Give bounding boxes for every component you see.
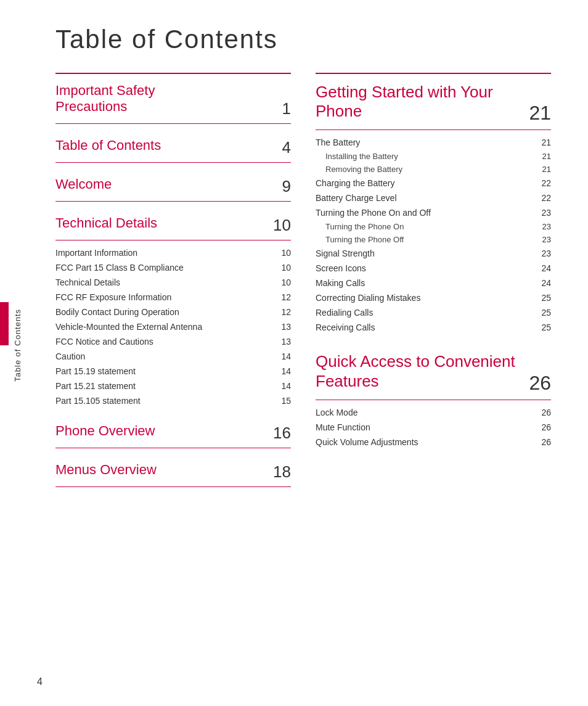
sidebar-tab <box>0 302 9 345</box>
section-number-phone-overview: 16 <box>273 424 291 443</box>
sidebar-label: Table of Contents <box>13 309 22 382</box>
section-heading-quick-access: Quick Access to Convenient Features <box>316 352 524 390</box>
getting-started-items: The Battery 21 Installing the Battery 21… <box>316 135 551 335</box>
section-toc: Table of Contents 4 <box>55 129 291 163</box>
list-item: Removing the Battery 21 <box>316 163 551 176</box>
section-heading-welcome: Welcome <box>55 176 112 192</box>
section-number-important-safety: 1 <box>282 99 291 118</box>
list-item: Important Information 10 <box>55 245 291 260</box>
list-item: Redialing Calls 25 <box>316 305 551 320</box>
left-column: Important SafetyPrecautions 1 Table of C… <box>55 73 291 492</box>
list-item: Charging the Battery 22 <box>316 176 551 191</box>
technical-details-items: Important Information 10 FCC Part 15 Cla… <box>55 245 291 408</box>
list-item: Screen Icons 24 <box>316 261 551 276</box>
list-item: Receiving Calls 25 <box>316 320 551 335</box>
section-heading-menus-overview: Menus Overview <box>55 462 157 478</box>
list-item: Part 15.21 statement 14 <box>55 379 291 393</box>
page-title: Table of Contents <box>55 25 551 54</box>
list-item: Turning the Phone On 23 <box>316 220 551 233</box>
list-item: Turning the Phone Off 23 <box>316 233 551 246</box>
section-heading-toc: Table of Contents <box>55 138 161 154</box>
section-number-welcome: 9 <box>282 177 291 196</box>
list-item: Lock Mode 26 <box>316 405 551 420</box>
page-number: 4 <box>37 676 43 688</box>
section-important-safety: Important SafetyPrecautions 1 <box>55 74 291 124</box>
list-item: FCC RF Exposure Information 12 <box>55 290 291 305</box>
list-item: Quick Volume Adjustments 26 <box>316 435 551 449</box>
page-container: Table of Contents Table of Contents Impo… <box>0 0 588 706</box>
list-item: The Battery 21 <box>316 135 551 150</box>
list-item: Mute Function 26 <box>316 420 551 435</box>
section-number-quick-access: 26 <box>529 372 551 395</box>
section-phone-overview: Phone Overview 16 <box>55 414 291 448</box>
section-heading-important-safety: Important SafetyPrecautions <box>55 83 155 115</box>
section-quick-access: Quick Access to Convenient Features 26 <box>316 343 551 400</box>
list-item: Battery Charge Level 22 <box>316 191 551 205</box>
list-item: Making Calls 24 <box>316 276 551 290</box>
list-item: Signal Strength 23 <box>316 246 551 261</box>
section-number-getting-started: 21 <box>529 102 551 125</box>
list-item: Part 15.19 statement 14 <box>55 364 291 379</box>
list-item: Bodily Contact During Operation 12 <box>55 305 291 319</box>
quick-access-items: Lock Mode 26 Mute Function 26 Quick Volu… <box>316 405 551 449</box>
section-welcome: Welcome 9 <box>55 168 291 202</box>
section-menus-overview: Menus Overview 18 <box>55 453 291 487</box>
columns-container: Important SafetyPrecautions 1 Table of C… <box>55 73 551 492</box>
list-item: Vehicle-Mounted the External Antenna 13 <box>55 319 291 334</box>
list-item: Part 15.105 statement 15 <box>55 393 291 408</box>
right-column: Getting Started with Your Phone 21 The B… <box>316 73 551 492</box>
list-item: Correcting Dialing Mistakes 25 <box>316 290 551 305</box>
list-item: FCC Notice and Cautions 13 <box>55 334 291 349</box>
list-item: Installing the Battery 21 <box>316 150 551 163</box>
list-item: FCC Part 15 Class B Compliance 10 <box>55 260 291 275</box>
section-number-menus-overview: 18 <box>273 462 291 482</box>
section-number-toc: 4 <box>282 138 291 157</box>
list-item: Turning the Phone On and Off 23 <box>316 205 551 220</box>
section-heading-getting-started: Getting Started with Your Phone <box>316 83 524 121</box>
section-heading-phone-overview: Phone Overview <box>55 423 155 439</box>
section-technical-details: Technical Details 10 <box>55 207 291 240</box>
section-heading-technical-details: Technical Details <box>55 215 157 231</box>
list-item: Caution 14 <box>55 349 291 364</box>
section-number-technical-details: 10 <box>273 216 291 235</box>
list-item: Technical Details 10 <box>55 275 291 290</box>
section-getting-started: Getting Started with Your Phone 21 <box>316 74 551 130</box>
